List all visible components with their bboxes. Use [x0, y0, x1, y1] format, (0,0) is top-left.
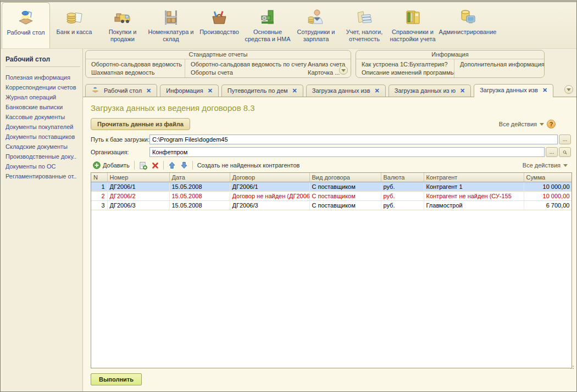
path-browse-button[interactable]: ...	[559, 135, 571, 144]
cell-counterparty[interactable]: Главмострой	[424, 201, 524, 210]
column-header-counterparty[interactable]: Контрагент	[424, 173, 524, 182]
tab-desktop[interactable]: Рабочий стол	[85, 84, 157, 97]
section-tab-employees-payroll[interactable]: Сотрудники и зарплата	[292, 4, 340, 48]
report-link-osv[interactable]: Оборотно-сальдовая ведомость	[91, 60, 179, 69]
cell-sum[interactable]: 10 000,00	[524, 182, 572, 192]
close-icon[interactable]	[292, 88, 297, 93]
report-link-chess[interactable]: Шахматная ведомость	[91, 69, 179, 77]
cell-contract[interactable]: Договор не найден (ДГ2006/2)	[230, 192, 309, 201]
org-select-button[interactable]	[559, 147, 571, 157]
tab-load-data-active[interactable]: Загрузка данных изв	[474, 84, 553, 97]
column-header-n[interactable]: N	[91, 173, 107, 182]
section-tab-production[interactable]: Производство	[195, 4, 243, 48]
cell-number[interactable]: ДГ2006/1	[107, 182, 169, 192]
delete-row-button[interactable]	[149, 162, 161, 169]
column-header-sum[interactable]: Сумма	[524, 173, 572, 182]
org-browse-button[interactable]: ...	[546, 147, 558, 157]
table-row[interactable]: 3 ДГ2006/3 15.05.2008 ДГ2006/3 С поставщ…	[91, 201, 572, 210]
cell-contract[interactable]: ДГ2006/3	[230, 201, 309, 210]
column-header-contract-kind[interactable]: Вид договора	[309, 173, 381, 182]
table-row[interactable]: 2 ДГ2006/2 15.05.2008 Договор не найден …	[91, 192, 572, 201]
cell-number[interactable]: ДГ2006/3	[107, 201, 169, 210]
cell-sum[interactable]: 10 000,00	[524, 192, 572, 201]
all-actions-label: Все действия	[499, 121, 537, 127]
cell-number[interactable]: ДГ2006/2	[107, 192, 169, 201]
column-header-number[interactable]: Номер	[107, 173, 169, 182]
cell-sum[interactable]: 6 700,00	[524, 201, 572, 210]
tab-overflow-button[interactable]	[564, 85, 573, 94]
sidebar-item-os-documents[interactable]: Документы по ОС	[5, 161, 80, 171]
info-link-additional[interactable]: Дополнительная информация	[460, 60, 545, 69]
tab-demo-guide[interactable]: Путеводитель по дем	[221, 85, 303, 97]
section-tab-directories-settings[interactable]: Справочники и настройки учета	[389, 4, 437, 48]
sidebar-item-production-documents[interactable]: Производственные доку..	[5, 152, 80, 161]
close-icon[interactable]	[146, 88, 151, 93]
section-tab-fixed-assets[interactable]: Основные средства и НМА	[243, 4, 292, 48]
add-row-button[interactable]: Добавить	[91, 161, 132, 169]
info-link-how-1c-works[interactable]: Как устроена 1С:Бухгалтерия?	[362, 60, 448, 69]
section-tab-purchases-sales[interactable]: Покупки и продажи	[98, 4, 147, 48]
cell-date[interactable]: 15.05.2008	[169, 182, 230, 192]
sidebar-item-correspondence[interactable]: Корреспонденции счетов	[5, 82, 80, 92]
cell-kind[interactable]: С поставщиком	[309, 201, 381, 210]
cell-n[interactable]: 2	[91, 192, 107, 201]
close-icon[interactable]	[460, 88, 465, 93]
section-tab-accounting-taxes[interactable]: Учет, налоги, отчетность	[340, 4, 389, 48]
move-up-button[interactable]	[166, 161, 178, 169]
info-link-changes[interactable]: Описание изменений программы	[362, 69, 448, 77]
cell-n[interactable]: 1	[91, 182, 107, 192]
tab-load-data-1[interactable]: Загрузка данных изв	[306, 85, 386, 97]
document-plus-icon	[139, 161, 147, 170]
copy-row-button[interactable]	[137, 161, 149, 170]
sidebar-item-bank-statements[interactable]: Банковские выписки	[5, 102, 80, 112]
toolbar-divider	[192, 161, 193, 170]
chevron-down-icon	[540, 123, 544, 126]
execute-button[interactable]: Выполнить	[91, 373, 142, 385]
cell-n[interactable]: 3	[91, 201, 107, 210]
cell-kind[interactable]: С поставщиком	[309, 182, 381, 192]
cell-date[interactable]: 15.05.2008	[169, 192, 230, 201]
section-tab-inventory-warehouse[interactable]: Номенклатура и склад	[147, 4, 195, 48]
sidebar-item-operations-journal[interactable]: Журнал операций	[5, 92, 80, 102]
section-tab-bank-cash[interactable]: Банк и касса	[50, 4, 98, 48]
sidebar-item-warehouse-documents[interactable]: Складские документы	[5, 142, 80, 152]
organization-input[interactable]	[149, 147, 545, 157]
cell-counterparty[interactable]: Контрагент 1	[424, 182, 524, 192]
all-actions-grid[interactable]: Все действия	[523, 162, 568, 169]
sidebar-item-useful-info[interactable]: Полезная информация	[5, 72, 80, 82]
cell-currency[interactable]: руб.	[381, 192, 424, 201]
report-link-turnovers[interactable]: Обороты счета	[191, 69, 300, 77]
sidebar-item-cash-documents[interactable]: Кассовые документы	[5, 112, 80, 122]
column-header-contract[interactable]: Договор	[230, 173, 309, 182]
cell-date[interactable]: 15.05.2008	[169, 201, 230, 210]
path-input[interactable]	[149, 135, 558, 144]
column-header-date[interactable]: Дата	[169, 173, 230, 182]
table-row[interactable]: 1 ДГ2006/1 15.05.2008 ДГ2006/1 С поставщ…	[91, 182, 572, 192]
report-link-osv-account[interactable]: Оборотно-сальдовая ведомость по счету	[191, 60, 300, 69]
chevron-down-icon	[567, 88, 571, 91]
tab-label: Загрузка данных изв	[312, 87, 370, 94]
reports-more-button[interactable]	[339, 66, 348, 75]
cell-counterparty[interactable]: Контрагент не найден (СУ-155	[424, 192, 524, 201]
move-down-button[interactable]	[178, 161, 190, 169]
sidebar-item-buyer-documents[interactable]: Документы покупателей	[5, 122, 80, 132]
cell-contract[interactable]: ДГ2006/1	[230, 182, 309, 192]
close-icon[interactable]	[542, 87, 547, 93]
column-header-currency[interactable]: Валюта	[381, 173, 424, 182]
resize-grip[interactable]	[570, 365, 574, 369]
create-counterparties-button[interactable]: Создать не найденных контрагентов	[195, 162, 302, 169]
all-actions-top[interactable]: Все действия	[499, 120, 556, 128]
cell-currency[interactable]: руб.	[381, 182, 424, 192]
tab-information[interactable]: Информация	[160, 85, 219, 97]
read-data-button[interactable]: Прочитать данные из файла	[91, 118, 190, 130]
close-icon[interactable]	[208, 88, 213, 93]
section-tab-administration[interactable]: Администрирование	[437, 4, 498, 48]
section-tab-desktop[interactable]: Рабочий стол	[2, 2, 50, 48]
cell-kind[interactable]: С поставщиком	[309, 192, 381, 201]
tab-load-data-2[interactable]: Загрузка данных из ю	[389, 85, 471, 97]
close-icon[interactable]	[375, 88, 380, 93]
sidebar-item-supplier-documents[interactable]: Документы поставщиков	[5, 132, 80, 142]
cell-currency[interactable]: руб.	[381, 201, 424, 210]
sidebar-item-regulated-reports[interactable]: Регламентированные от..	[5, 171, 80, 181]
help-icon[interactable]	[547, 120, 556, 128]
